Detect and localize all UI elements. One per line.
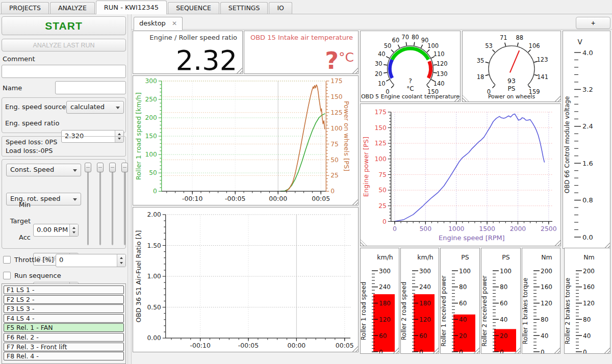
close-icon[interactable]: ✕ <box>172 20 177 27</box>
svg-text:30: 30 <box>375 60 382 67</box>
svg-text:Roller 1 received power: Roller 1 received power <box>441 275 447 347</box>
spinner-arrows[interactable] <box>117 254 125 267</box>
desktop-tab[interactable]: desktop ✕ <box>134 17 183 30</box>
speed-ratio-title: Engine / Roller speed ratio <box>133 31 242 41</box>
fn-key-4[interactable]: F4 LS 4 - <box>4 314 124 323</box>
svg-text:00:00: 00:00 <box>287 342 305 349</box>
svg-text:100: 100 <box>459 268 471 275</box>
acc-label: Acc <box>2 233 31 241</box>
svg-text:300: 300 <box>379 268 391 275</box>
svg-text:0: 0 <box>393 225 397 232</box>
svg-text:PS: PS <box>461 253 469 261</box>
panel-roller-speed-chart: 0501001502002503000255075100125150175-00… <box>133 75 359 205</box>
throttle-spinner[interactable]: 0 <box>56 254 126 267</box>
spinner-arrows[interactable] <box>69 224 78 236</box>
panel-roller2-speed-meter: km/h060120180240300Roller 2 road speed <box>400 248 439 354</box>
svg-text:3.2: 3.2 <box>582 86 593 93</box>
min-spinner[interactable]: 0.00 RPM <box>33 224 79 237</box>
svg-text:120: 120 <box>437 60 448 67</box>
svg-text:110: 110 <box>434 50 445 58</box>
svg-text:V: V <box>577 38 582 46</box>
slider-track <box>112 164 113 245</box>
svg-text:120: 120 <box>541 300 552 307</box>
svg-text:1000: 1000 <box>448 225 465 232</box>
svg-text:PS: PS <box>502 253 510 261</box>
panel-voltage-scale: V0.00.81.62.43.24.0OBD 66 Control module… <box>563 31 610 249</box>
app-tab-settings[interactable]: SETTINGS <box>220 2 268 14</box>
svg-text:4.0: 4.0 <box>582 49 593 57</box>
slider-track <box>99 164 101 245</box>
svg-text:25: 25 <box>378 202 387 210</box>
svg-text:100: 100 <box>330 125 342 132</box>
slider-track <box>87 164 89 245</box>
svg-text:0: 0 <box>459 349 463 354</box>
svg-text:0.00: 0.00 <box>147 334 161 342</box>
app-tab-io[interactable]: IO <box>269 2 292 14</box>
svg-text:50: 50 <box>384 42 392 49</box>
comment-input[interactable] <box>2 65 126 78</box>
svg-text:Power on wheels: Power on wheels <box>488 93 536 100</box>
slider-handle[interactable] <box>97 163 104 172</box>
svg-text:2000: 2000 <box>510 225 526 232</box>
fn-key-8[interactable]: F8 Rel. 4 - <box>4 352 124 360</box>
add-view-button[interactable]: + <box>576 17 610 29</box>
svg-text:10: 10 <box>378 80 386 87</box>
svg-text:-00:10: -00:10 <box>190 342 211 349</box>
svg-text:0.8: 0.8 <box>582 196 593 204</box>
panel-wheel-power-gauge: 0183553718810612314115993PSPower on whee… <box>462 31 561 102</box>
fn-key-3[interactable]: F3 LS 3 - <box>4 304 124 313</box>
svg-text:?: ? <box>409 77 412 85</box>
air-fuel-ratio-chart: 0.000.501.001.502.00-00:10-00:0500:0000:… <box>133 207 358 352</box>
svg-text:200: 200 <box>541 268 552 275</box>
slider-3[interactable] <box>109 163 116 246</box>
slider-2[interactable] <box>97 163 104 246</box>
svg-text:100: 100 <box>145 151 157 158</box>
svg-text:80: 80 <box>412 34 419 41</box>
mode-select[interactable]: Const. Speed <box>6 164 81 176</box>
fn-key-6[interactable]: F6 Rel. 2 - <box>4 333 124 342</box>
svg-text:1.50: 1.50 <box>147 242 161 249</box>
engine-power-chart: 025507510012515017505001000150020002500E… <box>361 104 560 246</box>
fn-key-1[interactable]: F1 LS 1 - <box>4 285 124 294</box>
svg-text:1500: 1500 <box>479 225 495 232</box>
svg-text:Nm: Nm <box>541 253 552 261</box>
svg-text:0: 0 <box>500 349 504 354</box>
svg-text:150: 150 <box>145 133 157 140</box>
svg-text:80: 80 <box>459 283 467 291</box>
slider-4[interactable] <box>121 163 129 246</box>
svg-text:0: 0 <box>379 349 383 354</box>
app-tab-run-kwi12345[interactable]: RUN - KWI12345 <box>96 1 167 14</box>
engine-speed-group: Eng. speed source calculated Eng. speed … <box>2 97 126 133</box>
slider-handle[interactable] <box>85 163 91 172</box>
svg-text:60: 60 <box>459 300 467 307</box>
mode-value: Const. Speed <box>10 166 54 173</box>
name-input[interactable] <box>55 81 126 94</box>
fn-key-7[interactable]: F7 Rel. 3 - Front lift <box>4 343 124 351</box>
start-button[interactable]: START <box>2 16 126 35</box>
svg-text:120: 120 <box>583 300 595 307</box>
app-tab-analyze[interactable]: ANALYZE <box>50 2 95 14</box>
svg-text:175: 175 <box>374 109 386 116</box>
svg-text:Engine speed [RPM]: Engine speed [RPM] <box>439 234 505 242</box>
svg-text:500: 500 <box>419 225 431 232</box>
slider-handle[interactable] <box>121 163 128 172</box>
svg-text:00:00: 00:00 <box>269 195 287 202</box>
run-sequence-label: Run sequence <box>14 272 61 279</box>
slider-1[interactable] <box>85 163 92 246</box>
throttle-checkbox[interactable] <box>3 256 11 264</box>
eng-speed-source-label: Eng. speed source <box>5 103 66 111</box>
svg-text:0: 0 <box>330 188 335 195</box>
svg-text:60: 60 <box>379 332 387 340</box>
svg-text:Nm: Nm <box>583 253 595 261</box>
analyze-last-run-button[interactable]: ANALYZE LAST RUN <box>2 39 126 51</box>
svg-text:141: 141 <box>537 73 548 81</box>
fn-key-5[interactable]: F5 Rel. 1 - FAN <box>4 323 124 332</box>
svg-text:250: 250 <box>145 96 157 103</box>
fn-key-2[interactable]: F2 LS 2 - <box>4 295 124 304</box>
run-sequence-checkbox[interactable] <box>3 272 11 279</box>
app-tab-sequence[interactable]: SEQUENCE <box>168 2 219 14</box>
slider-handle[interactable] <box>109 163 116 172</box>
speed-loss-text: Speed loss: 0PS <box>6 138 122 146</box>
eng-speed-source-select[interactable]: calculated <box>66 101 124 114</box>
app-tab-projects[interactable]: PROJECTS <box>1 2 49 14</box>
